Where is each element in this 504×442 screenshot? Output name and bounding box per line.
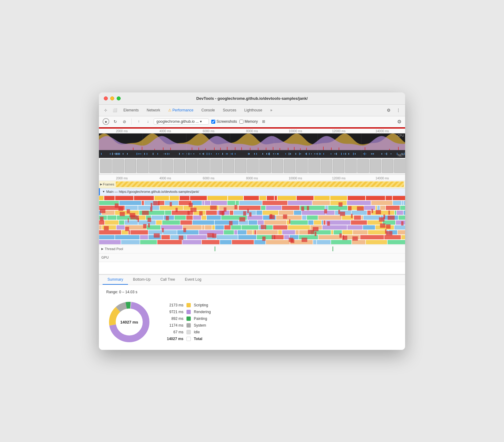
recording-bar xyxy=(99,127,405,129)
screenshot-thumb[interactable] xyxy=(223,159,234,173)
top-ruler: 2000 ms 4000 ms 6000 ms 8000 ms 10000 ms… xyxy=(99,127,405,133)
thread-pool-label: Thread Pool xyxy=(105,247,123,251)
tab-network[interactable]: Network xyxy=(143,106,164,114)
tab-lighthouse[interactable]: Lighthouse xyxy=(241,106,266,114)
empty-space xyxy=(99,262,405,274)
perf-settings-icon[interactable]: ⚙ xyxy=(397,119,401,125)
cpu-net-area: CPU NET xyxy=(99,133,405,158)
screenshot-thumb[interactable] xyxy=(345,159,357,173)
flame-canvas-main xyxy=(99,196,405,245)
screenshot-thumb[interactable] xyxy=(235,159,246,173)
screenshot-thumb[interactable] xyxy=(186,159,197,173)
screenshots-checkbox[interactable] xyxy=(211,120,215,124)
legend-scripting: 2173 ms Scripting xyxy=(162,303,211,307)
maximize-button[interactable] xyxy=(117,96,121,100)
cpu-label: CPU xyxy=(397,134,404,137)
screenshot-thumb[interactable] xyxy=(357,159,369,173)
screenshot-thumb[interactable] xyxy=(149,159,161,173)
rendering-swatch xyxy=(186,310,191,314)
tab-event-log[interactable]: Event Log xyxy=(180,275,206,285)
ruler-mark-b2: 4000 ms xyxy=(144,177,187,180)
bottom-tabs: Summary Bottom-Up Call Tree Event Log xyxy=(99,275,405,285)
memory-label: Memory xyxy=(245,119,258,124)
download-button[interactable]: ↓ xyxy=(145,118,151,125)
tab-console[interactable]: Console xyxy=(198,106,219,114)
legend-total: 14027 ms Total xyxy=(162,337,211,341)
screenshot-thumb[interactable] xyxy=(259,159,271,173)
legend-idle: 67 ms Idle xyxy=(162,330,211,334)
screenshot-thumb[interactable] xyxy=(174,159,185,173)
legend-rendering: 9721 ms Rendering xyxy=(162,310,211,314)
screenshot-thumb[interactable] xyxy=(125,159,136,173)
screenshot-thumb[interactable] xyxy=(370,159,381,173)
tab-summary[interactable]: Summary xyxy=(103,275,128,285)
frames-row: ▶ Frames xyxy=(99,181,405,188)
settings-icon[interactable]: ⚙ xyxy=(384,106,393,114)
ruler-mark-7: 14000 ms xyxy=(360,129,404,133)
device-icon[interactable]: ⬜ xyxy=(111,106,119,114)
ruler-mark-b4: 8000 ms xyxy=(230,177,274,180)
screenshot-thumb[interactable] xyxy=(284,159,295,173)
timeline-wrapper: 2000 ms 4000 ms 6000 ms 8000 ms 10000 ms… xyxy=(99,127,405,274)
thread-pool-bars xyxy=(124,246,403,252)
screenshot-thumb[interactable] xyxy=(394,159,405,173)
tab-sources[interactable]: Sources xyxy=(219,106,240,114)
screenshot-thumb[interactable] xyxy=(247,159,259,173)
scripting-label: Scripting xyxy=(194,303,208,307)
screenshot-thumb[interactable] xyxy=(198,159,210,173)
scripting-swatch xyxy=(186,303,191,307)
devtools-window: DevTools - googlechrome.github.io/devtoo… xyxy=(99,92,405,350)
screenshot-thumb[interactable] xyxy=(333,159,344,173)
screenshot-thumb[interactable] xyxy=(210,159,222,173)
tab-call-tree[interactable]: Call Tree xyxy=(156,275,180,285)
screenshots-label: Screenshots xyxy=(216,119,237,124)
screenshot-thumb[interactable] xyxy=(100,159,112,173)
main-collapse-icon[interactable]: ▼ xyxy=(102,190,105,193)
cpu-canvas xyxy=(99,133,405,158)
main-label: Main — https://googlechrome.github.io/de… xyxy=(106,190,199,193)
record-button[interactable]: ● xyxy=(103,118,109,125)
tab-performance[interactable]: ⚠ Performance xyxy=(164,106,197,114)
ruler-mark-b7: 14000 ms xyxy=(360,177,404,180)
inspect-icon[interactable]: ⊹ xyxy=(101,106,110,114)
upload-button[interactable]: ↑ xyxy=(135,118,142,125)
ruler-mark-2: 4000 ms xyxy=(144,129,187,133)
gpu-bars xyxy=(110,254,403,260)
screenshot-thumb[interactable] xyxy=(112,159,124,173)
tab-bottom-up[interactable]: Bottom-Up xyxy=(128,275,155,285)
thread-pool-collapse-icon[interactable]: ▶ xyxy=(101,247,103,250)
ruler-mark-b1: 2000 ms xyxy=(100,177,144,180)
capture-icon[interactable]: ⊞ xyxy=(260,118,267,125)
screenshot-thumb[interactable] xyxy=(272,159,283,173)
screenshots-checkbox-group[interactable]: Screenshots xyxy=(211,119,237,124)
donut-chart: 14027 ms xyxy=(106,299,152,345)
tab-more[interactable]: » xyxy=(267,106,276,114)
legend-system: 1174 ms System xyxy=(162,323,211,328)
window-title: DevTools - googlechrome.github.io/devtoo… xyxy=(196,96,308,101)
system-value: 1174 ms xyxy=(162,323,183,328)
url-dropdown-icon: ▾ xyxy=(200,119,202,124)
screenshot-thumb[interactable] xyxy=(137,159,149,173)
title-bar: DevTools - googlechrome.github.io/devtoo… xyxy=(99,92,405,105)
minimize-button[interactable] xyxy=(110,96,114,100)
total-value: 14027 ms xyxy=(162,337,183,341)
ruler-marks-bottom: 2000 ms 4000 ms 6000 ms 8000 ms 10000 ms… xyxy=(99,175,405,180)
url-display[interactable]: googlechrome.github.io ... ▾ xyxy=(154,118,209,125)
screenshot-thumb[interactable] xyxy=(161,159,173,173)
screenshot-thumb[interactable] xyxy=(296,159,308,173)
tab-elements[interactable]: Elements xyxy=(120,106,142,114)
painting-label: Painting xyxy=(194,317,207,321)
memory-checkbox[interactable] xyxy=(239,120,243,124)
idle-value: 67 ms xyxy=(162,330,183,334)
ruler-mark-6: 12000 ms xyxy=(317,129,361,133)
total-label: Total xyxy=(194,337,202,341)
memory-checkbox-group[interactable]: Memory xyxy=(239,119,258,124)
close-button[interactable] xyxy=(104,96,108,100)
ruler-mark-5: 10000 ms xyxy=(274,129,317,133)
screenshot-thumb[interactable] xyxy=(321,159,332,173)
more-icon[interactable]: ⋮ xyxy=(394,106,403,114)
clear-button[interactable]: ⊘ xyxy=(121,118,128,125)
screenshot-thumb[interactable] xyxy=(308,159,320,173)
reload-button[interactable]: ↻ xyxy=(112,118,118,125)
screenshot-thumb[interactable] xyxy=(382,159,393,173)
